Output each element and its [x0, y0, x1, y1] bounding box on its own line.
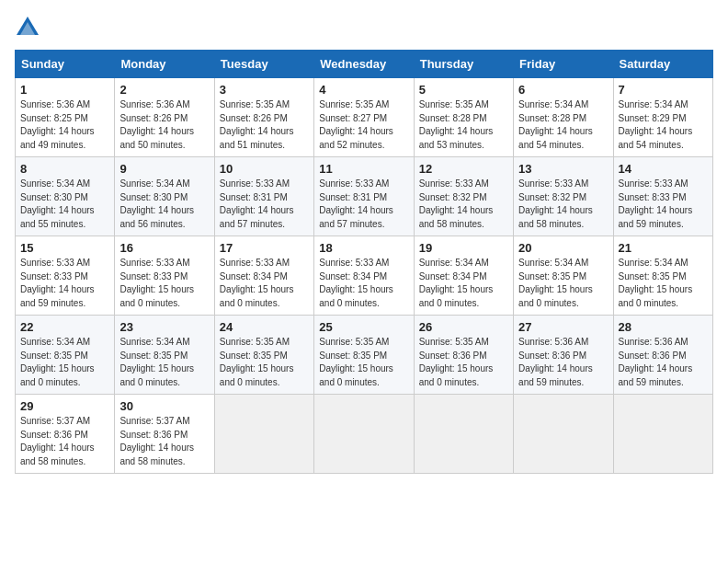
col-header-friday: Friday	[514, 51, 613, 78]
day-number: 24	[220, 320, 309, 334]
calendar-cell: 10Sunrise: 5:33 AMSunset: 8:31 PMDayligh…	[214, 157, 313, 236]
day-info: Sunrise: 5:35 AMSunset: 8:35 PMDaylight:…	[220, 336, 309, 389]
day-number: 2	[119, 83, 209, 97]
calendar-cell: 15Sunrise: 5:33 AMSunset: 8:33 PMDayligh…	[16, 236, 115, 316]
day-number: 30	[119, 399, 209, 413]
day-number: 4	[319, 83, 408, 97]
day-number: 28	[619, 320, 708, 334]
day-info: Sunrise: 5:34 AMSunset: 8:30 PMDaylight:…	[119, 178, 209, 231]
calendar-cell: 16Sunrise: 5:33 AMSunset: 8:33 PMDayligh…	[115, 236, 214, 316]
logo	[15, 15, 44, 40]
day-number: 27	[518, 320, 608, 334]
day-info: Sunrise: 5:33 AMSunset: 8:31 PMDaylight:…	[319, 178, 408, 231]
day-info: Sunrise: 5:33 AMSunset: 8:33 PMDaylight:…	[119, 257, 209, 310]
day-number: 9	[119, 162, 209, 176]
calendar-cell: 12Sunrise: 5:33 AMSunset: 8:32 PMDayligh…	[414, 157, 513, 236]
logo-icon	[15, 15, 40, 40]
day-number: 25	[319, 320, 408, 334]
header	[15, 15, 713, 40]
day-number: 6	[518, 83, 608, 97]
day-number: 20	[518, 241, 608, 255]
calendar-cell: 2Sunrise: 5:36 AMSunset: 8:26 PMDaylight…	[115, 78, 214, 157]
day-number: 16	[119, 241, 209, 255]
calendar-cell: 5Sunrise: 5:35 AMSunset: 8:28 PMDaylight…	[414, 78, 513, 157]
day-number: 29	[20, 399, 109, 413]
col-header-sunday: Sunday	[16, 51, 115, 78]
day-info: Sunrise: 5:33 AMSunset: 8:34 PMDaylight:…	[319, 257, 408, 310]
col-header-saturday: Saturday	[613, 51, 712, 78]
day-number: 12	[419, 162, 508, 176]
day-number: 23	[119, 320, 209, 334]
col-header-wednesday: Wednesday	[314, 51, 414, 78]
calendar-cell: 28Sunrise: 5:36 AMSunset: 8:36 PMDayligh…	[613, 316, 712, 395]
calendar-cell: 8Sunrise: 5:34 AMSunset: 8:30 PMDaylight…	[16, 157, 115, 236]
calendar-cell: 7Sunrise: 5:34 AMSunset: 8:29 PMDaylight…	[613, 78, 712, 157]
day-number: 5	[419, 83, 508, 97]
day-info: Sunrise: 5:33 AMSunset: 8:32 PMDaylight:…	[419, 178, 508, 231]
calendar-cell	[514, 395, 613, 474]
day-number: 18	[319, 241, 408, 255]
day-info: Sunrise: 5:34 AMSunset: 8:35 PMDaylight:…	[619, 257, 708, 310]
calendar-cell: 21Sunrise: 5:34 AMSunset: 8:35 PMDayligh…	[613, 236, 712, 316]
calendar-cell: 27Sunrise: 5:36 AMSunset: 8:36 PMDayligh…	[514, 316, 613, 395]
day-number: 11	[319, 162, 408, 176]
day-info: Sunrise: 5:33 AMSunset: 8:33 PMDaylight:…	[20, 257, 109, 310]
calendar-cell: 17Sunrise: 5:33 AMSunset: 8:34 PMDayligh…	[214, 236, 313, 316]
day-info: Sunrise: 5:36 AMSunset: 8:25 PMDaylight:…	[20, 98, 109, 152]
day-number: 8	[20, 162, 109, 176]
calendar-cell: 29Sunrise: 5:37 AMSunset: 8:36 PMDayligh…	[16, 395, 115, 474]
day-info: Sunrise: 5:35 AMSunset: 8:36 PMDaylight:…	[419, 336, 508, 389]
calendar-cell: 4Sunrise: 5:35 AMSunset: 8:27 PMDaylight…	[314, 78, 414, 157]
calendar-cell: 22Sunrise: 5:34 AMSunset: 8:35 PMDayligh…	[16, 316, 115, 395]
day-number: 13	[518, 162, 608, 176]
day-info: Sunrise: 5:34 AMSunset: 8:34 PMDaylight:…	[419, 257, 508, 310]
day-info: Sunrise: 5:36 AMSunset: 8:26 PMDaylight:…	[119, 98, 209, 152]
day-info: Sunrise: 5:36 AMSunset: 8:36 PMDaylight:…	[518, 336, 608, 389]
day-info: Sunrise: 5:37 AMSunset: 8:36 PMDaylight:…	[119, 415, 209, 468]
calendar-cell: 13Sunrise: 5:33 AMSunset: 8:32 PMDayligh…	[514, 157, 613, 236]
day-info: Sunrise: 5:35 AMSunset: 8:26 PMDaylight:…	[220, 98, 309, 152]
calendar-cell: 25Sunrise: 5:35 AMSunset: 8:35 PMDayligh…	[314, 316, 414, 395]
col-header-monday: Monday	[115, 51, 214, 78]
calendar-cell: 24Sunrise: 5:35 AMSunset: 8:35 PMDayligh…	[214, 316, 313, 395]
calendar-cell: 1Sunrise: 5:36 AMSunset: 8:25 PMDaylight…	[16, 78, 115, 157]
day-number: 14	[619, 162, 708, 176]
day-number: 10	[220, 162, 309, 176]
calendar: SundayMondayTuesdayWednesdayThursdayFrid…	[15, 50, 713, 474]
calendar-cell	[414, 395, 513, 474]
day-info: Sunrise: 5:34 AMSunset: 8:30 PMDaylight:…	[20, 178, 109, 231]
day-info: Sunrise: 5:35 AMSunset: 8:27 PMDaylight:…	[319, 98, 408, 152]
day-number: 3	[220, 83, 309, 97]
day-number: 7	[619, 83, 708, 97]
calendar-cell: 20Sunrise: 5:34 AMSunset: 8:35 PMDayligh…	[514, 236, 613, 316]
day-info: Sunrise: 5:35 AMSunset: 8:28 PMDaylight:…	[419, 98, 508, 152]
day-number: 22	[20, 320, 109, 334]
day-number: 15	[20, 241, 109, 255]
day-info: Sunrise: 5:33 AMSunset: 8:32 PMDaylight:…	[518, 178, 608, 231]
day-info: Sunrise: 5:34 AMSunset: 8:29 PMDaylight:…	[619, 98, 708, 152]
calendar-cell: 18Sunrise: 5:33 AMSunset: 8:34 PMDayligh…	[314, 236, 414, 316]
day-info: Sunrise: 5:35 AMSunset: 8:35 PMDaylight:…	[319, 336, 408, 389]
calendar-cell: 23Sunrise: 5:34 AMSunset: 8:35 PMDayligh…	[115, 316, 214, 395]
day-info: Sunrise: 5:34 AMSunset: 8:35 PMDaylight:…	[20, 336, 109, 389]
calendar-cell: 6Sunrise: 5:34 AMSunset: 8:28 PMDaylight…	[514, 78, 613, 157]
calendar-cell	[314, 395, 414, 474]
day-number: 26	[419, 320, 508, 334]
day-number: 17	[220, 241, 309, 255]
day-info: Sunrise: 5:34 AMSunset: 8:35 PMDaylight:…	[518, 257, 608, 310]
day-info: Sunrise: 5:37 AMSunset: 8:36 PMDaylight:…	[20, 415, 109, 468]
day-number: 19	[419, 241, 508, 255]
day-info: Sunrise: 5:33 AMSunset: 8:33 PMDaylight:…	[619, 178, 708, 231]
day-info: Sunrise: 5:34 AMSunset: 8:35 PMDaylight:…	[119, 336, 209, 389]
day-number: 21	[619, 241, 708, 255]
day-info: Sunrise: 5:34 AMSunset: 8:28 PMDaylight:…	[518, 98, 608, 152]
calendar-cell: 14Sunrise: 5:33 AMSunset: 8:33 PMDayligh…	[613, 157, 712, 236]
calendar-cell: 26Sunrise: 5:35 AMSunset: 8:36 PMDayligh…	[414, 316, 513, 395]
calendar-cell: 11Sunrise: 5:33 AMSunset: 8:31 PMDayligh…	[314, 157, 414, 236]
day-info: Sunrise: 5:33 AMSunset: 8:31 PMDaylight:…	[220, 178, 309, 231]
calendar-cell: 19Sunrise: 5:34 AMSunset: 8:34 PMDayligh…	[414, 236, 513, 316]
col-header-tuesday: Tuesday	[214, 51, 313, 78]
calendar-cell	[214, 395, 313, 474]
day-number: 1	[20, 83, 109, 97]
day-info: Sunrise: 5:36 AMSunset: 8:36 PMDaylight:…	[619, 336, 708, 389]
